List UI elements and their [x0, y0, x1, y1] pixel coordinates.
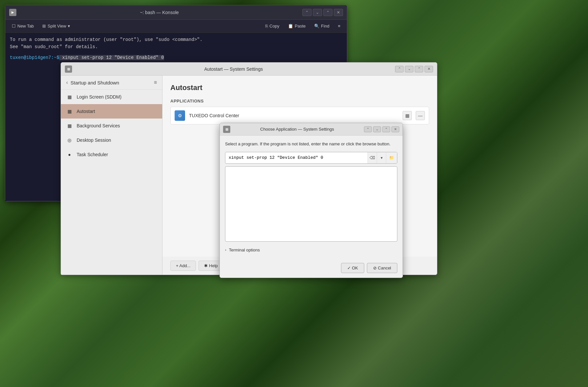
application-list[interactable] — [225, 166, 397, 242]
terminal-options-label: Terminal options — [229, 248, 260, 252]
command-input[interactable] — [225, 153, 368, 163]
terminal-options-chevron-icon: › — [225, 248, 226, 252]
konsole-app-icon: ▶ — [9, 9, 16, 16]
dialog-body: Select a program. If the program is not … — [220, 136, 403, 260]
find-button[interactable]: 🔍 Find — [311, 22, 332, 30]
konsole-toolbar-right: ⎘ Copy 📋 Paste 🔍 Find ≡ — [262, 22, 344, 30]
applications-section-label: Applications — [170, 99, 429, 103]
konsole-minimize-button[interactable]: ⌄ — [313, 9, 322, 16]
menu-button[interactable]: ≡ — [334, 22, 344, 30]
sidebar-item-login-screen-label: Login Screen (SDDM) — [77, 94, 122, 100]
dialog-close-button[interactable]: ✕ — [391, 126, 399, 132]
sidebar-item-login-screen[interactable]: ▦ Login Screen (SDDM) — [61, 90, 162, 104]
terminal-line-2: See "man sudo_root" for details. — [10, 43, 342, 50]
new-tab-label: New Tab — [17, 24, 34, 28]
add-button[interactable]: + Add... — [170, 261, 196, 271]
new-tab-icon: ☐ — [12, 24, 16, 28]
terminal-command: xinput set-prop 12 "Device Enabled" 0 — [59, 55, 164, 60]
split-view-chevron-icon: ▾ — [68, 24, 70, 28]
copy-icon: ⎘ — [265, 24, 268, 28]
find-label: Find — [321, 24, 329, 28]
dialog-wm-buttons: ⌃ ⌄ ⌃ ✕ — [364, 126, 399, 132]
sidebar-back-button[interactable]: ‹ Startup and Shutdown ≡ — [61, 76, 162, 90]
sysset-app-icon: ▦ — [65, 65, 72, 73]
desktop-session-icon: ◎ — [66, 137, 73, 143]
sysset-minimize-button[interactable]: ⌄ — [405, 66, 413, 72]
task-scheduler-icon: ● — [66, 151, 73, 158]
terminal-text-1: To run a command as administrator (user … — [10, 37, 202, 42]
sysset-titlebar: ▦ Autostart — System Settings ⌃ ⌄ ⌃ ✕ — [61, 63, 437, 76]
ok-label: ✓ OK — [347, 266, 358, 270]
konsole-wm-buttons: ⌃ ⌄ ⌃ ✕ — [302, 9, 343, 16]
terminal-options-row[interactable]: › Terminal options — [225, 246, 397, 254]
clear-icon: ⌫ — [370, 156, 375, 160]
tuxedo-app-icon: ⚙ — [175, 110, 185, 121]
sidebar-item-background-services-label: Background Services — [77, 123, 120, 128]
split-view-button[interactable]: ⊞ Split View ▾ — [39, 22, 73, 30]
sysset-title: Autostart — System Settings — [72, 66, 395, 72]
split-view-icon: ⊞ — [42, 24, 46, 28]
konsole-maximize-button[interactable]: ⌃ — [323, 9, 332, 16]
sidebar-item-desktop-session-label: Desktop Session — [77, 138, 111, 143]
paste-icon: 📋 — [288, 24, 293, 28]
terminal-text-2: See "man sudo_root" for details. — [10, 44, 98, 49]
dialog-minimize-button[interactable]: ⌄ — [373, 126, 381, 132]
sidebar-item-autostart-label: Autostart — [77, 109, 95, 114]
konsole-close-button[interactable]: ✕ — [334, 9, 343, 16]
sysset-minimize-all-button[interactable]: ⌃ — [395, 66, 404, 72]
split-view-label: Split View — [47, 24, 66, 28]
sidebar-item-task-scheduler[interactable]: ● Task Scheduler — [61, 147, 162, 162]
dialog-title: Choose Application — System Settings — [233, 127, 361, 132]
dialog-description: Select a program. If the program is not … — [225, 141, 397, 147]
dialog-app-icon: ▦ — [223, 126, 230, 133]
terminal-line-1: To run a command as administrator (user … — [10, 36, 342, 43]
paste-button[interactable]: 📋 Paste — [285, 22, 309, 30]
back-icon: ‹ — [66, 80, 68, 85]
dialog-minimize-all-button[interactable]: ⌃ — [364, 126, 372, 132]
login-screen-icon: ▦ — [66, 94, 73, 100]
browse-icon: 📁 — [389, 156, 394, 160]
sidebar-back-label: Startup and Shutdown — [70, 80, 119, 85]
menu-icon: ≡ — [338, 24, 340, 28]
sysset-sidebar: ‹ Startup and Shutdown ≡ ▦ Login Screen … — [61, 76, 162, 275]
browse-button[interactable]: 📁 — [386, 152, 397, 163]
dropdown-icon: ▾ — [381, 156, 383, 160]
sidebar-item-autostart[interactable]: ▦ Autostart — [61, 104, 162, 119]
new-tab-button[interactable]: ☐ New Tab — [9, 22, 37, 30]
clear-input-button[interactable]: ⌫ — [368, 152, 377, 163]
terminal-prompt-line: tuxen@ibp14gen7:~$ xinput set-prop 12 "D… — [10, 54, 342, 61]
ok-button[interactable]: ✓ OK — [341, 263, 364, 273]
sidebar-item-task-scheduler-label: Task Scheduler — [77, 152, 108, 157]
choose-application-dialog: ▦ Choose Application — System Settings ⌃… — [219, 123, 403, 278]
dialog-input-row: ⌫ ▾ 📁 — [225, 152, 397, 164]
copy-button[interactable]: ⎘ Copy — [262, 22, 283, 30]
autostart-icon: ▦ — [66, 108, 73, 115]
konsole-minimize-all-button[interactable]: ⌃ — [302, 9, 312, 16]
find-icon: 🔍 — [314, 24, 319, 28]
copy-label: Copy — [270, 24, 279, 28]
tuxedo-app-name: TUXEDO Control Center — [189, 113, 399, 118]
sidebar-item-desktop-session[interactable]: ◎ Desktop Session — [61, 133, 162, 147]
app-settings-button[interactable]: ▦ — [403, 111, 412, 120]
cancel-label: ⊘ Cancel — [373, 266, 391, 270]
paste-label: Paste — [295, 24, 306, 28]
dialog-maximize-button[interactable]: ⌃ — [382, 126, 390, 132]
dialog-footer: ✓ OK ⊘ Cancel — [220, 260, 403, 278]
konsole-titlebar: ▶ ~: bash — Konsole ⌃ ⌄ ⌃ ✕ — [5, 5, 347, 20]
dialog-titlebar: ▦ Choose Application — System Settings ⌃… — [220, 123, 403, 136]
konsole-title: ~: bash — Konsole — [19, 10, 300, 15]
background-services-icon: ▦ — [66, 122, 73, 129]
autostart-title: Autostart — [170, 83, 429, 92]
dropdown-button[interactable]: ▾ — [377, 152, 386, 163]
app-remove-button[interactable]: — — [416, 111, 425, 120]
sidebar-item-background-services[interactable]: ▦ Background Services — [61, 119, 162, 133]
sysset-wm-buttons: ⌃ ⌄ ⌃ ✕ — [395, 66, 433, 72]
cancel-button[interactable]: ⊘ Cancel — [367, 263, 397, 273]
sysset-maximize-button[interactable]: ⌃ — [415, 66, 423, 72]
app-row-tuxedo: ⚙ TUXEDO Control Center ▦ — — [170, 107, 429, 124]
terminal-prompt: tuxen@ibp14gen7:~$ — [10, 55, 59, 60]
sidebar-menu-icon[interactable]: ≡ — [154, 80, 157, 85]
sysset-close-button[interactable]: ✕ — [425, 66, 433, 72]
konsole-toolbar: ☐ New Tab ⊞ Split View ▾ ⎘ Copy 📋 Paste … — [5, 20, 347, 33]
